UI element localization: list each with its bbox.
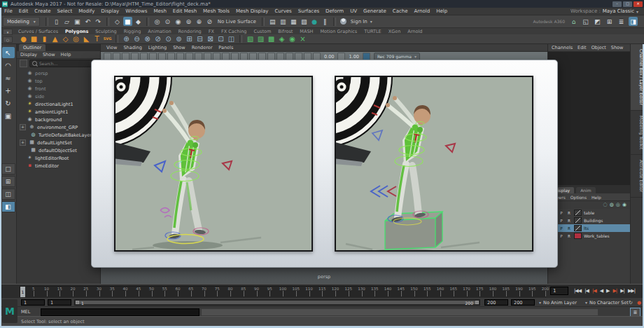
layer-color-swatch[interactable] [574, 225, 582, 231]
shelf-tab-animation[interactable]: Animation [148, 29, 171, 34]
menu-mesh[interactable]: Mesh [153, 8, 166, 14]
mel-label[interactable]: MEL [21, 309, 30, 315]
timeline-toggle-icon[interactable]: ≣ [617, 17, 626, 26]
quick-render-icon[interactable]: ▦ [289, 17, 298, 26]
range-slider-bar[interactable] [76, 301, 479, 304]
extract-icon[interactable]: ⊗ [142, 34, 153, 43]
outliner-tab[interactable]: Outliner [19, 44, 46, 51]
expand-icon[interactable]: + [20, 124, 26, 130]
outliner-item-environment-grp[interactable]: +⊕environment_GRP [17, 123, 100, 131]
outliner-item-defaultlightset[interactable]: +▦defaultLightSet [17, 139, 100, 146]
shelf-tab-xgen[interactable]: XGen [388, 29, 401, 34]
make-object-live-icon[interactable]: ⊘ [205, 17, 214, 26]
menu-create[interactable]: Create [34, 8, 50, 14]
rotate-tool[interactable]: ↻ [2, 97, 15, 109]
outliner-item-timeeditor[interactable]: ▪timeEditor [17, 162, 100, 170]
menu-edit-mesh[interactable]: Edit Mesh [173, 8, 197, 14]
current-frame-marker[interactable]: 1 [20, 287, 25, 297]
poly-sphere-icon[interactable]: ● [18, 34, 29, 43]
menu-surfaces[interactable]: Surfaces [298, 8, 319, 14]
layer-display-type-toggle[interactable]: R [566, 219, 572, 223]
range-start-handle[interactable] [76, 301, 79, 304]
snap-to-curve-icon[interactable]: ⊙ [163, 17, 172, 26]
menu-windows[interactable]: Windows [125, 8, 147, 14]
a360-share-icon[interactable]: ◱ [581, 17, 590, 26]
filter-icon[interactable] [20, 60, 27, 67]
range-slider-track[interactable]: 1 200 [74, 299, 480, 306]
shelf-tab-curves-surfaces[interactable]: Curves / Surfaces [18, 29, 58, 34]
channelbox-menu-object[interactable]: Object [592, 45, 606, 50]
sculpt-smooth-icon[interactable]: ▨ [255, 34, 266, 43]
layer-playback-toggle[interactable]: P [559, 234, 564, 238]
outliner-menu-display[interactable]: Display [20, 52, 37, 57]
menu-mesh-display[interactable]: Mesh Display [236, 8, 268, 14]
layer-playback-toggle[interactable]: P [559, 211, 564, 215]
shelf-tab-turtle[interactable]: TURTLE [364, 29, 381, 34]
auto-key-icon[interactable]: ● [636, 299, 643, 306]
undo-icon[interactable]: ↶ [83, 17, 92, 26]
floating-compare-window[interactable] [91, 60, 558, 268]
multi-cut-icon[interactable]: ⊡ [216, 34, 226, 43]
select-by-component-icon[interactable]: ◆ [134, 17, 143, 26]
pause-viewport-icon[interactable]: ‖ [321, 17, 330, 26]
sculpt-grab-icon[interactable]: ▧ [245, 34, 255, 43]
shelf-tab-fx-caching[interactable]: FX Caching [221, 29, 247, 34]
search-input[interactable]: Search... [29, 60, 97, 67]
combine-icon[interactable]: ⊕ [121, 34, 132, 43]
boolean-difference-icon[interactable]: ⊙ [163, 34, 174, 43]
boolean-intersection-icon[interactable]: ⊚ [174, 34, 184, 43]
shelf-tab-polygons[interactable]: Polygons [65, 29, 88, 34]
outliner-menu-show[interactable]: Show [43, 52, 55, 57]
shelf-tab-rendering[interactable]: Rendering [178, 29, 202, 34]
render-settings-icon[interactable]: ● [310, 17, 319, 26]
layer-display-type-toggle[interactable]: R [566, 211, 572, 215]
snap-to-grid-icon[interactable]: ◎ [153, 17, 162, 26]
snap-to-view-plane-icon[interactable]: ⊕ [195, 17, 204, 26]
a360-user-icon[interactable]: ◩ [593, 17, 602, 26]
layout-outliner-persp[interactable]: ◧ [1, 201, 15, 212]
menu-cache[interactable]: Cache [393, 8, 408, 14]
step-back-key-button[interactable]: |◀ [583, 289, 590, 294]
menu-generate[interactable]: Generate [363, 8, 386, 14]
gamma-value[interactable]: 1.00 [349, 54, 358, 60]
workspace-selector[interactable]: Workspace : Maya Classic ▾ [570, 8, 644, 14]
menu-uv[interactable]: UV [350, 8, 357, 14]
viewport-menu-view[interactable]: View [106, 45, 117, 50]
ipr-render-icon[interactable]: ▧ [300, 17, 309, 26]
construction-history-icon[interactable]: ▤ [268, 17, 277, 26]
viewport-menu-shading[interactable]: Shading [123, 45, 141, 50]
select-by-hierarchy-icon[interactable]: ◇ [113, 17, 122, 26]
menu-mesh-tools[interactable]: Mesh Tools [203, 8, 230, 14]
timeline-ruler[interactable]: 1 51015202530354045505560657075808590951… [20, 286, 546, 298]
menu-set-selector[interactable]: Modeling ▾ [3, 17, 40, 27]
menu-modify[interactable]: Modify [78, 8, 94, 14]
live-surface-label[interactable]: No Live Surface [218, 19, 256, 25]
outliner-item-lighteditorroot[interactable]: ☀lightEditorRoot [17, 154, 100, 162]
poly-cylinder-icon[interactable]: ▮ [39, 34, 50, 43]
exposure-value[interactable]: 0.00 [324, 54, 334, 60]
lasso-select-tool[interactable]: ◠ [2, 60, 15, 71]
layout-two-pane[interactable]: ◫ [1, 189, 15, 200]
menu-file[interactable]: File [4, 8, 13, 14]
poly-plane-icon[interactable]: ◇ [60, 34, 71, 43]
snap-to-projected-center-icon[interactable]: ⊚ [184, 17, 193, 26]
sign-in-label[interactable]: Sign In [351, 19, 368, 25]
mirror-icon[interactable]: ◫ [226, 34, 237, 43]
anim-preferences-icon[interactable]: ↻ [627, 299, 634, 306]
outliner-item-directionallight1[interactable]: ☀directionalLight1 [17, 100, 100, 108]
new-empty-layer-icon[interactable]: ◎ [616, 203, 620, 207]
channelbox-menu-edit[interactable]: Edit [578, 45, 587, 50]
poly-svg-icon[interactable]: SVG [102, 34, 113, 43]
menu-curves[interactable]: Curves [274, 8, 291, 14]
play-forwards-button[interactable]: ▶ [605, 289, 610, 294]
layer-color-swatch[interactable] [574, 217, 582, 224]
step-forward-frame-button[interactable]: ▶| [611, 289, 618, 294]
new-scene-icon[interactable]: ▯ [52, 17, 61, 26]
animation-start-field[interactable]: 1 [21, 299, 45, 306]
poly-pyramid-icon[interactable]: ◣ [81, 34, 92, 43]
menu-deform[interactable]: Deform [326, 8, 344, 14]
layer-editor-tab-anim[interactable]: Anim [576, 187, 595, 193]
layer-color-swatch[interactable] [574, 210, 582, 216]
outliner-item-defaultobjectset[interactable]: ▦defaultObjectSet [17, 146, 100, 154]
sculpt-sculpt-icon[interactable]: ▩ [266, 34, 276, 43]
